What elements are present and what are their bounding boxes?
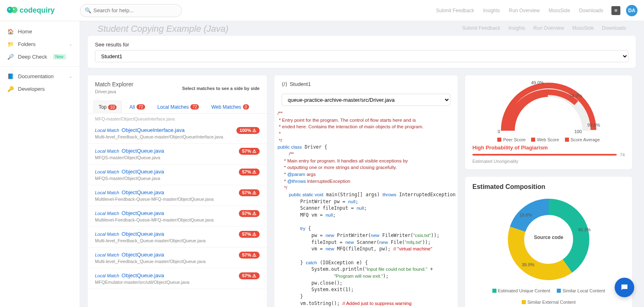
home-icon: 🏠 <box>7 29 14 35</box>
percent-badge: 57% ⚠ <box>239 169 260 175</box>
percent-badge: 57% ⚠ <box>239 252 260 259</box>
percent-badge: 57% ⚠ <box>239 210 260 217</box>
gauge-label: 99.0% <box>587 123 600 127</box>
tab-all[interactable]: All72 <box>124 101 150 113</box>
logo[interactable]: codequiry <box>7 5 80 16</box>
topbar: codequiry 🔍 Submit Feedback Insights Run… <box>0 0 644 21</box>
svg-point-1 <box>11 7 18 13</box>
donut-title: Estimated Composition <box>472 183 625 191</box>
right-column: 49.0% 74.0% 99.0% 0 100 Peer Score Web S… <box>465 75 632 307</box>
sidebar-item-label: Folders <box>18 41 35 47</box>
tab-local-matches[interactable]: Local Matches72 <box>152 101 204 113</box>
donut-card: Estimated Composition 40.3% 39.9% 19.8% <box>465 177 632 307</box>
gauge-axis-0: 0 <box>498 129 500 134</box>
chat-bubble-button[interactable] <box>615 278 634 297</box>
new-badge: New <box>53 54 66 59</box>
sidebar-item-label: Documentation <box>18 73 53 79</box>
top-link[interactable]: Run Overview <box>509 8 540 13</box>
top-link[interactable]: Downloads <box>579 8 603 13</box>
match-item[interactable]: Local MatchObjectQueue.javaMFQS-master/O… <box>88 144 267 164</box>
chevron-down-icon: ⌄ <box>69 74 72 79</box>
gauge-label: 74.0% <box>569 93 582 98</box>
ghost-link[interactable]: Submit Feedback <box>462 25 500 31</box>
sidebar-item-label: Developers <box>18 86 45 92</box>
deep-check-icon: 🔎 <box>7 54 14 60</box>
tab-row: Top10All72Local Matches72Web Matches0 <box>88 97 267 114</box>
code-file-select[interactable]: queue-practice-archive-master/src/Driver… <box>282 94 450 106</box>
gauge-chart: 49.0% 74.0% 99.0% 0 100 <box>472 82 625 135</box>
svg-text:19.8%: 19.8% <box>519 213 532 217</box>
results-label: See results for <box>95 42 129 48</box>
match-list[interactable]: MFQ-master/ObjectQueueInterface.javaLoca… <box>88 114 267 307</box>
book-icon: 📘 <box>7 73 14 79</box>
code-body[interactable]: /** * Entry point for the program. The c… <box>274 110 458 307</box>
folder-icon: 📁 <box>7 41 14 47</box>
gauge-axis-100: 100 <box>574 129 582 134</box>
plagiarism-title: High Probability of Plagiarism <box>472 145 625 151</box>
top-link[interactable]: Insights <box>483 8 500 13</box>
results-card: See results for Student1 <box>88 36 636 68</box>
sidebar-item-home[interactable]: 🏠Home <box>0 25 79 38</box>
top-link[interactable]: MossSide <box>549 8 570 13</box>
sidebar-divider <box>0 66 79 67</box>
search-input[interactable] <box>80 4 182 17</box>
match-item[interactable]: Local MatchObjectQueueInterface.javaMult… <box>88 123 267 144</box>
legend-item: Score Average <box>571 137 600 142</box>
percent-badge: 100% ⚠ <box>236 127 260 134</box>
match-item[interactable]: Local MatchObjectQueue.javaMultilevel-Fe… <box>88 206 267 227</box>
chat-icon <box>620 283 629 292</box>
sidebar-item-label: Deep Check <box>18 54 47 60</box>
match-explorer-panel: Match Explorer Driver.java Select matche… <box>88 75 267 307</box>
plagiarism-sub: Estimated Unoriginality <box>472 159 625 164</box>
grid-menu-icon[interactable]: ≡ <box>611 6 620 15</box>
code-icon: ⟨/⟩ <box>282 81 287 87</box>
gauge-card: 49.0% 74.0% 99.0% 0 100 Peer Score Web S… <box>465 75 632 169</box>
sidebar-item-deepcheck[interactable]: 🔎Deep CheckNew <box>0 50 79 63</box>
match-item[interactable]: Local MatchObjectQueue.javaMulti-level_F… <box>88 248 267 268</box>
donut-legend: Estimated Unique Content Similar Local C… <box>472 288 625 305</box>
match-item[interactable]: Local MatchObjectQueue.javaMFQS-master/O… <box>88 164 267 185</box>
avatar[interactable]: DA <box>626 5 637 16</box>
percent-badge: 57% ⚠ <box>239 189 260 196</box>
tab-top[interactable]: Top10 <box>93 101 122 114</box>
gauge-legend: Peer Score Web Score Score Average <box>472 137 625 142</box>
match-explorer-title: Match Explorer <box>95 81 133 88</box>
svg-point-3 <box>13 8 15 10</box>
ghost-link[interactable]: Downloads <box>602 25 626 31</box>
search-icon: 🔍 <box>85 7 91 13</box>
match-item[interactable]: Local MatchObjectQueue.javaMulti-level_F… <box>88 227 267 248</box>
match-item[interactable]: Local MatchObjectQueue.javaMFQEmulator-m… <box>88 268 267 289</box>
key-icon: 🔑 <box>7 86 14 92</box>
brand-label: codequiry <box>20 6 55 15</box>
match-explorer-file: Driver.java <box>95 89 133 94</box>
chevron-down-icon: ⌄ <box>69 42 72 46</box>
ghost-link[interactable]: Run Overview <box>534 25 564 31</box>
logo-icon <box>7 5 18 16</box>
ghost-link[interactable]: Insights <box>508 25 525 31</box>
plagiarism-value: 74 <box>620 152 625 157</box>
legend-item: Similar Local Content <box>562 288 605 293</box>
tab-web-matches[interactable]: Web Matches0 <box>206 101 254 113</box>
code-panel: ⟨/⟩Student1 queue-practice-archive-maste… <box>274 75 458 307</box>
legend-item: Estimated Unique Content <box>498 288 550 293</box>
ghost-link[interactable]: MossSide <box>572 25 594 31</box>
sidebar: 🏠Home 📁Folders⌄ 🔎Deep CheckNew 📘Document… <box>0 21 79 307</box>
sidebar-item-developers[interactable]: 🔑Developers <box>0 83 79 95</box>
legend-item: Web Score <box>537 137 559 142</box>
match-truncated-row: MFQ-master/ObjectQueueInterface.java <box>88 115 267 123</box>
donut-chart: 40.3% 39.9% 19.8% Source code <box>472 195 625 284</box>
top-link[interactable]: Submit Feedback <box>436 8 474 13</box>
percent-badge: 57% ⚠ <box>239 272 260 279</box>
svg-text:39.9%: 39.9% <box>522 262 534 267</box>
svg-point-2 <box>9 8 10 10</box>
search-wrap: 🔍 <box>80 4 182 17</box>
sidebar-item-folders[interactable]: 📁Folders⌄ <box>0 38 79 50</box>
svg-text:40.3%: 40.3% <box>578 227 591 232</box>
sidebar-item-docs[interactable]: 📘Documentation⌄ <box>0 70 79 83</box>
results-select[interactable]: Student1 <box>95 50 629 62</box>
match-item[interactable]: Local MatchObjectQueue.javaMultilevel-Fe… <box>88 185 267 206</box>
main: Student Copying Example (Java) Submit Fe… <box>79 21 644 307</box>
legend-item: Similar External Content <box>527 300 576 305</box>
percent-badge: 57% ⚠ <box>239 148 260 155</box>
percent-badge: 57% ⚠ <box>239 231 260 238</box>
